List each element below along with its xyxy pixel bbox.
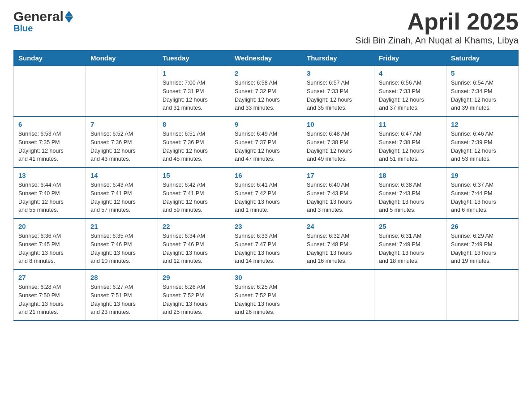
- arrow-up-icon: [65, 11, 73, 17]
- day-info: Sunrise: 6:29 AM Sunset: 7:49 PM Dayligh…: [451, 232, 514, 265]
- day-number: 6: [18, 120, 81, 128]
- day-number: 16: [235, 171, 297, 179]
- day-info: Sunrise: 6:47 AM Sunset: 7:38 PM Dayligh…: [379, 130, 442, 163]
- day-info: Sunrise: 6:57 AM Sunset: 7:33 PM Dayligh…: [307, 79, 369, 112]
- cell-w3-d4: 16Sunrise: 6:41 AM Sunset: 7:42 PM Dayli…: [230, 167, 302, 218]
- week-row-4: 20Sunrise: 6:36 AM Sunset: 7:45 PM Dayli…: [14, 218, 519, 270]
- day-info: Sunrise: 6:52 AM Sunset: 7:36 PM Dayligh…: [90, 130, 153, 163]
- day-number: 17: [307, 171, 369, 179]
- cell-w4-d5: 24Sunrise: 6:32 AM Sunset: 7:48 PM Dayli…: [302, 218, 374, 270]
- cell-w2-d3: 8Sunrise: 6:51 AM Sunset: 7:36 PM Daylig…: [158, 116, 230, 167]
- day-info: Sunrise: 6:46 AM Sunset: 7:39 PM Dayligh…: [451, 130, 514, 163]
- day-number: 5: [451, 69, 514, 77]
- cell-w3-d2: 14Sunrise: 6:43 AM Sunset: 7:41 PM Dayli…: [86, 167, 158, 218]
- page-title: April 2025: [355, 9, 519, 34]
- logo: General Blue: [13, 9, 73, 34]
- day-number: 19: [451, 171, 514, 179]
- cell-w3-d7: 19Sunrise: 6:37 AM Sunset: 7:44 PM Dayli…: [446, 167, 519, 218]
- day-info: Sunrise: 6:36 AM Sunset: 7:45 PM Dayligh…: [18, 232, 81, 265]
- week-row-5: 27Sunrise: 6:28 AM Sunset: 7:50 PM Dayli…: [14, 270, 519, 321]
- calendar-header: SundayMondayTuesdayWednesdayThursdayFrid…: [14, 51, 519, 66]
- header-sunday: Sunday: [14, 51, 86, 66]
- header-friday: Friday: [374, 51, 446, 66]
- day-info: Sunrise: 6:38 AM Sunset: 7:43 PM Dayligh…: [379, 181, 442, 214]
- cell-w3-d3: 15Sunrise: 6:42 AM Sunset: 7:41 PM Dayli…: [158, 167, 230, 218]
- day-number: 11: [379, 120, 442, 128]
- page-subtitle: Sidi Bin Zinah, An Nuqat al Khams, Libya: [355, 35, 519, 46]
- day-number: 18: [379, 171, 442, 179]
- header-wednesday: Wednesday: [230, 51, 302, 66]
- cell-w4-d6: 25Sunrise: 6:31 AM Sunset: 7:49 PM Dayli…: [374, 218, 446, 270]
- day-info: Sunrise: 7:00 AM Sunset: 7:31 PM Dayligh…: [163, 79, 225, 112]
- cell-w2-d6: 11Sunrise: 6:47 AM Sunset: 7:38 PM Dayli…: [374, 116, 446, 167]
- logo-blue: Blue: [13, 23, 33, 34]
- header: General Blue April 2025 Sidi Bin Zinah, …: [13, 9, 519, 46]
- cell-w4-d7: 26Sunrise: 6:29 AM Sunset: 7:49 PM Dayli…: [446, 218, 519, 270]
- cell-w4-d2: 21Sunrise: 6:35 AM Sunset: 7:46 PM Dayli…: [86, 218, 158, 270]
- cell-w2-d4: 9Sunrise: 6:49 AM Sunset: 7:37 PM Daylig…: [230, 116, 302, 167]
- day-info: Sunrise: 6:37 AM Sunset: 7:44 PM Dayligh…: [451, 181, 514, 214]
- week-row-1: 1Sunrise: 7:00 AM Sunset: 7:31 PM Daylig…: [14, 66, 519, 117]
- calendar-body: 1Sunrise: 7:00 AM Sunset: 7:31 PM Daylig…: [14, 66, 519, 321]
- cell-w5-d2: 28Sunrise: 6:27 AM Sunset: 7:51 PM Dayli…: [86, 270, 158, 321]
- day-number: 27: [18, 274, 81, 281]
- day-number: 4: [379, 69, 442, 77]
- day-info: Sunrise: 6:51 AM Sunset: 7:36 PM Dayligh…: [163, 130, 225, 163]
- cell-w4-d4: 23Sunrise: 6:33 AM Sunset: 7:47 PM Dayli…: [230, 218, 302, 270]
- cell-w5-d5: [302, 270, 374, 321]
- day-number: 26: [451, 223, 514, 230]
- cell-w1-d6: 4Sunrise: 6:56 AM Sunset: 7:33 PM Daylig…: [374, 66, 446, 117]
- day-info: Sunrise: 6:28 AM Sunset: 7:50 PM Dayligh…: [18, 283, 81, 317]
- cell-w5-d7: [446, 270, 519, 321]
- cell-w5-d3: 29Sunrise: 6:26 AM Sunset: 7:52 PM Dayli…: [158, 270, 230, 321]
- day-number: 20: [18, 223, 81, 230]
- calendar-table: SundayMondayTuesdayWednesdayThursdayFrid…: [13, 50, 519, 321]
- day-number: 28: [90, 274, 153, 281]
- cell-w1-d5: 3Sunrise: 6:57 AM Sunset: 7:33 PM Daylig…: [302, 66, 374, 117]
- day-number: 15: [163, 171, 225, 179]
- day-info: Sunrise: 6:56 AM Sunset: 7:33 PM Dayligh…: [379, 79, 442, 112]
- day-number: 22: [163, 223, 225, 230]
- logo-arrows-icon: [65, 11, 73, 23]
- day-info: Sunrise: 6:40 AM Sunset: 7:43 PM Dayligh…: [307, 181, 369, 214]
- day-number: 8: [163, 120, 225, 128]
- day-number: 1: [163, 69, 225, 77]
- cell-w3-d6: 18Sunrise: 6:38 AM Sunset: 7:43 PM Dayli…: [374, 167, 446, 218]
- day-number: 12: [451, 120, 514, 128]
- header-tuesday: Tuesday: [158, 51, 230, 66]
- logo-general: General: [13, 9, 64, 24]
- day-info: Sunrise: 6:44 AM Sunset: 7:40 PM Dayligh…: [18, 181, 81, 214]
- day-info: Sunrise: 6:31 AM Sunset: 7:49 PM Dayligh…: [379, 232, 442, 265]
- day-info: Sunrise: 6:48 AM Sunset: 7:38 PM Dayligh…: [307, 130, 369, 163]
- cell-w5-d6: [374, 270, 446, 321]
- cell-w5-d4: 30Sunrise: 6:25 AM Sunset: 7:52 PM Dayli…: [230, 270, 302, 321]
- day-number: 3: [307, 69, 369, 77]
- cell-w3-d1: 13Sunrise: 6:44 AM Sunset: 7:40 PM Dayli…: [14, 167, 86, 218]
- cell-w2-d2: 7Sunrise: 6:52 AM Sunset: 7:36 PM Daylig…: [86, 116, 158, 167]
- day-number: 25: [379, 223, 442, 230]
- day-number: 9: [235, 120, 297, 128]
- day-info: Sunrise: 6:32 AM Sunset: 7:48 PM Dayligh…: [307, 232, 369, 265]
- day-number: 24: [307, 223, 369, 230]
- day-info: Sunrise: 6:26 AM Sunset: 7:52 PM Dayligh…: [163, 283, 225, 317]
- day-number: 23: [235, 223, 297, 230]
- cell-w5-d1: 27Sunrise: 6:28 AM Sunset: 7:50 PM Dayli…: [14, 270, 86, 321]
- cell-w1-d1: [14, 66, 86, 117]
- day-info: Sunrise: 6:58 AM Sunset: 7:32 PM Dayligh…: [235, 79, 297, 112]
- day-number: 7: [90, 120, 153, 128]
- cell-w1-d4: 2Sunrise: 6:58 AM Sunset: 7:32 PM Daylig…: [230, 66, 302, 117]
- day-info: Sunrise: 6:53 AM Sunset: 7:35 PM Dayligh…: [18, 130, 81, 163]
- arrow-down-icon: [65, 17, 73, 23]
- week-row-2: 6Sunrise: 6:53 AM Sunset: 7:35 PM Daylig…: [14, 116, 519, 167]
- cell-w3-d5: 17Sunrise: 6:40 AM Sunset: 7:43 PM Dayli…: [302, 167, 374, 218]
- day-info: Sunrise: 6:49 AM Sunset: 7:37 PM Dayligh…: [235, 130, 297, 163]
- day-number: 14: [90, 171, 153, 179]
- cell-w2-d5: 10Sunrise: 6:48 AM Sunset: 7:38 PM Dayli…: [302, 116, 374, 167]
- day-info: Sunrise: 6:42 AM Sunset: 7:41 PM Dayligh…: [163, 181, 225, 214]
- cell-w1-d7: 5Sunrise: 6:54 AM Sunset: 7:34 PM Daylig…: [446, 66, 519, 117]
- day-info: Sunrise: 6:27 AM Sunset: 7:51 PM Dayligh…: [90, 283, 153, 317]
- day-number: 13: [18, 171, 81, 179]
- day-info: Sunrise: 6:35 AM Sunset: 7:46 PM Dayligh…: [90, 232, 153, 265]
- header-monday: Monday: [86, 51, 158, 66]
- day-number: 29: [163, 274, 225, 281]
